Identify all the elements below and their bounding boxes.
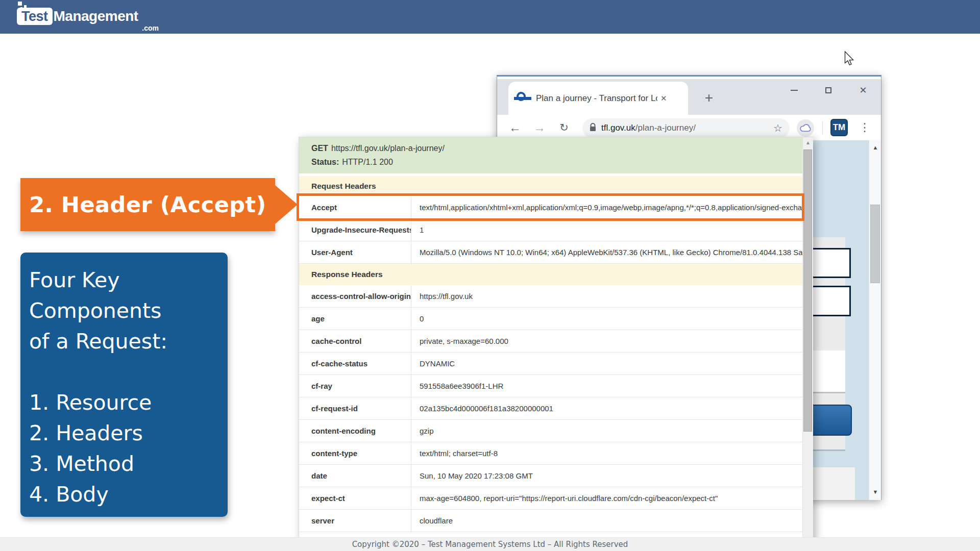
header-row: cf-ray591558a6ee3906f1-LHR	[299, 375, 802, 397]
scroll-up-icon[interactable]: ▲	[869, 144, 881, 151]
request-headers-title: Request Headers	[299, 176, 802, 196]
header-value: 591558a6ee3906f1-LHR	[411, 375, 802, 397]
header-name: content-type	[299, 442, 411, 464]
info-box-item: 4. Body	[29, 479, 223, 510]
request-headers-table: Accepttext/html,application/xhtml+xml,ap…	[299, 196, 802, 264]
header-row: Upgrade-Insecure-Requests1	[299, 219, 802, 241]
scroll-up-icon[interactable]: ▲	[803, 140, 813, 145]
info-box-item: 3. Method	[29, 448, 223, 479]
response-headers-table: access-control-allow-originhttps://tfl.g…	[299, 285, 802, 532]
address-bar[interactable]: tfl.gov.uk /plan-a-journey/ ☆	[582, 118, 790, 138]
info-box-item: 1. Resource	[29, 387, 223, 418]
header-value: DYNAMIC	[411, 353, 802, 374]
header-row: content-typetext/html; charset=utf-8	[299, 442, 802, 465]
header-value: max-age=604800, report-uri="https://repo…	[411, 487, 802, 509]
header-name: cf-cache-status	[299, 353, 411, 374]
header-value: text/html,application/xhtml+xml,applicat…	[411, 196, 802, 218]
header-row: expect-ctmax-age=604800, report-uri="htt…	[299, 487, 802, 510]
footer-text: Copyright ©2020 – Test Management System…	[352, 540, 628, 549]
status-label: Status:	[311, 158, 339, 166]
response-headers-title: Response Headers	[299, 264, 802, 285]
info-box-item: 2. Headers	[29, 418, 223, 448]
header-name: age	[299, 308, 411, 330]
browser-tab[interactable]: Plan a journey - Transport for Lo ✕	[508, 82, 688, 115]
http-headers-panel: GEThttps://tfl.gov.uk/plan-a-journey/ St…	[299, 137, 813, 551]
url-host: tfl.gov.uk	[601, 123, 635, 133]
tab-title: Plan a journey - Transport for Lo	[536, 93, 657, 104]
screen: Test Management .com Plan a journey - Tr…	[0, 0, 980, 551]
logo-management-text: Management	[54, 8, 138, 24]
info-box-line: Four Key	[29, 265, 223, 295]
header-row: User-AgentMozilla/5.0 (Windows NT 10.0; …	[299, 241, 802, 264]
chrome-menu-icon[interactable]: ⋮	[858, 115, 871, 140]
header-value: Sun, 10 May 2020 17:23:08 GMT	[411, 465, 802, 487]
window-close-button[interactable]: ✕	[855, 84, 871, 97]
header-row: content-encodinggzip	[299, 420, 802, 442]
header-value: 0	[411, 308, 802, 330]
request-status-section: GEThttps://tfl.gov.uk/plan-a-journey/ St…	[299, 137, 802, 173]
header-name: Accept	[299, 196, 411, 218]
request-url: https://tfl.gov.uk/plan-a-journey/	[331, 144, 445, 153]
page-scrollbar-thumb[interactable]	[870, 205, 880, 283]
header-row: servercloudflare	[299, 510, 802, 532]
panel-scrollbar[interactable]: ▲	[802, 137, 813, 551]
mouse-cursor	[842, 51, 855, 68]
callout-arrow	[275, 185, 298, 224]
window-maximize-button[interactable]	[821, 84, 836, 97]
header-value: 02a135bc4d000006f181a38200000001	[411, 397, 802, 419]
header-row: cf-request-id02a135bc4d000006f181a382000…	[299, 397, 802, 420]
header-name: Upgrade-Insecure-Requests	[299, 219, 411, 241]
tab-close-icon[interactable]: ✕	[660, 94, 667, 103]
toolbar-separator	[822, 121, 823, 135]
header-row: cf-cache-statusDYNAMIC	[299, 353, 802, 375]
cloud-icon	[800, 124, 811, 132]
scroll-down-icon[interactable]: ▼	[869, 489, 881, 495]
header-name: server	[299, 510, 411, 532]
header-value: gzip	[411, 420, 802, 442]
header-name: cf-ray	[299, 375, 411, 397]
header-value: cloudflare	[411, 510, 802, 532]
header-row: dateSun, 10 May 2020 17:23:08 GMT	[299, 465, 802, 487]
header-value: 1	[411, 219, 802, 241]
tm-extension-button[interactable]: TM	[830, 119, 848, 136]
status-value: HTTP/1.1 200	[342, 158, 393, 166]
panel-scrollbar-thumb[interactable]	[803, 149, 812, 432]
header-name: cache-control	[299, 330, 411, 352]
info-box-spacer	[29, 357, 223, 387]
header-value: https://tfl.gov.uk	[411, 285, 802, 307]
header-name: expect-ct	[299, 487, 411, 509]
brand-header-bar: Test Management .com	[0, 0, 980, 34]
header-row: Accepttext/html,application/xhtml+xml,ap…	[299, 196, 802, 219]
url-path: /plan-a-journey/	[635, 123, 696, 133]
four-key-components-box: Four Key Components of a Request: 1. Res…	[20, 253, 228, 517]
header-name: access-control-allow-origin	[299, 285, 411, 307]
header-row: cache-controlprivate, s-maxage=60.000	[299, 330, 802, 353]
logo-com-text: .com	[93, 24, 159, 32]
header-accept-callout: 2. Header (Accept)	[20, 178, 275, 231]
info-box-line: Components	[29, 295, 223, 326]
header-value: private, s-maxage=60.000	[411, 330, 802, 352]
window-minimize-button[interactable]	[787, 84, 802, 97]
tfl-roundel-favicon-icon	[516, 92, 530, 105]
header-row: age0	[299, 308, 802, 330]
bookmark-star-icon[interactable]: ☆	[773, 122, 782, 134]
header-value: text/html; charset=utf-8	[411, 442, 802, 464]
header-name: cf-request-id	[299, 397, 411, 419]
logo-pixel-decoration	[18, 2, 22, 6]
header-name: content-encoding	[299, 420, 411, 442]
window-top-edge	[497, 77, 881, 79]
info-box-line: of a Request:	[29, 326, 223, 357]
header-name: date	[299, 465, 411, 487]
new-tab-button[interactable]: +	[701, 90, 717, 106]
header-value: Mozilla/5.0 (Windows NT 10.0; Win64; x64…	[411, 241, 802, 263]
cloud-extension-button[interactable]	[797, 119, 814, 137]
header-name: User-Agent	[299, 241, 411, 263]
header-row: access-control-allow-originhttps://tfl.g…	[299, 285, 802, 308]
callout-label: 2. Header (Accept)	[29, 192, 266, 217]
logo-test-text: Test	[17, 8, 53, 25]
page-scrollbar[interactable]: ▲ ▼	[869, 140, 881, 500]
request-method: GET	[311, 144, 328, 153]
copyright-footer: Copyright ©2020 – Test Management System…	[0, 537, 980, 551]
testmanagement-logo: Test Management .com	[17, 2, 165, 32]
lock-icon	[590, 123, 596, 134]
